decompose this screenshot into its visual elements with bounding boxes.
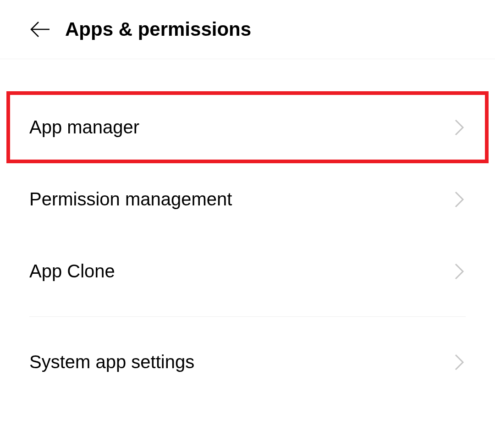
list-item-system-app-settings[interactable]: System app settings xyxy=(0,326,495,398)
chevron-right-icon xyxy=(453,353,466,371)
list-item-label: App manager xyxy=(29,117,139,138)
settings-list: App manager Permission management App Cl… xyxy=(0,59,495,398)
chevron-right-icon xyxy=(453,190,466,209)
chevron-right-icon xyxy=(453,262,466,281)
chevron-right-icon xyxy=(453,118,466,137)
list-item-app-clone[interactable]: App Clone xyxy=(0,235,495,307)
list-item-label: System app settings xyxy=(29,352,194,372)
list-item-permission-management[interactable]: Permission management xyxy=(0,163,495,235)
back-arrow-icon[interactable] xyxy=(29,18,51,40)
header-bar: Apps & permissions xyxy=(0,0,495,59)
list-item-app-manager[interactable]: App manager xyxy=(6,91,489,163)
section-divider xyxy=(29,316,466,317)
list-item-label: Permission management xyxy=(29,189,232,210)
list-item-label: App Clone xyxy=(29,261,115,282)
page-title: Apps & permissions xyxy=(65,18,251,40)
